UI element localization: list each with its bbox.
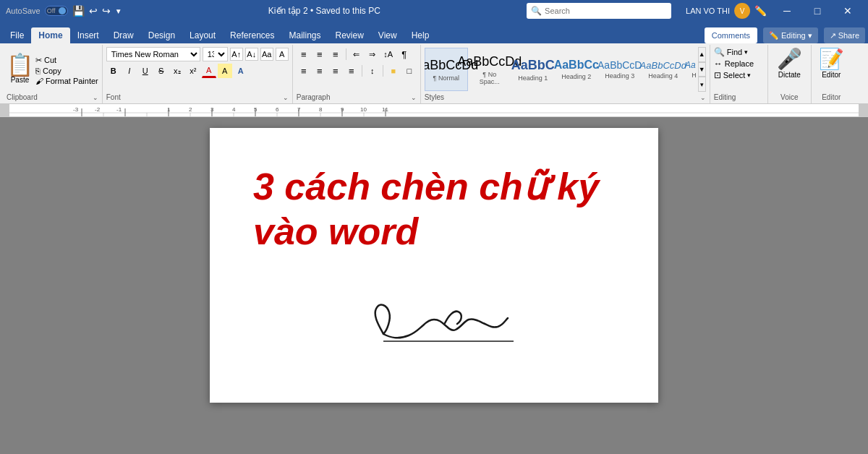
pen-icon[interactable]: ✏️ bbox=[754, 5, 767, 17]
cut-button[interactable]: ✂ Cut bbox=[35, 56, 98, 65]
align-right-button[interactable]: ≡ bbox=[328, 64, 343, 78]
tab-layout[interactable]: Layout bbox=[182, 27, 223, 43]
tab-view[interactable]: View bbox=[371, 27, 404, 43]
tab-home[interactable]: Home bbox=[31, 27, 69, 43]
editing-ribbon-group: 🔍 Find ▾ ↔ Replace ⊡ Select ▾ Editing bbox=[710, 45, 768, 103]
document-page[interactable]: 3 cách chèn chữ ký vào word bbox=[210, 128, 658, 403]
superscript-button[interactable]: x² bbox=[186, 64, 200, 78]
restore-button[interactable]: □ bbox=[803, 0, 832, 22]
strikethrough-button[interactable]: S bbox=[154, 64, 169, 78]
svg-text:9: 9 bbox=[341, 106, 344, 113]
tab-insert[interactable]: Insert bbox=[70, 27, 106, 43]
dictate-button[interactable]: 🎤 Dictate bbox=[777, 47, 802, 79]
styles-more[interactable]: ▾ bbox=[698, 77, 706, 92]
autosave-toggle[interactable]: Off bbox=[45, 6, 68, 16]
align-left-button[interactable]: ≡ bbox=[297, 64, 311, 78]
font-top: Times New Roman 13 A↑ A↓ Aa A B I U S x₂ bbox=[106, 47, 289, 92]
tab-file[interactable]: File bbox=[3, 27, 31, 43]
styles-group: AaBbCcDd ¶ Normal AaBbCcDd ¶ No Spac... … bbox=[421, 45, 710, 103]
paste-button[interactable]: 📋 Paste bbox=[7, 54, 33, 85]
editing-button[interactable]: ✏️ Editing ▾ bbox=[763, 27, 818, 43]
ruler-left-margin bbox=[0, 104, 9, 116]
change-case-button[interactable]: Aa bbox=[260, 48, 273, 61]
style-h5-preview: AaBbCcDd bbox=[685, 60, 696, 70]
shading-button[interactable]: ■ bbox=[386, 64, 401, 78]
tab-references[interactable]: References bbox=[223, 27, 281, 43]
minimize-button[interactable]: ─ bbox=[773, 0, 801, 22]
multilevel-button[interactable]: ≡ bbox=[328, 47, 343, 61]
copy-button[interactable]: ⎘ Copy bbox=[35, 67, 98, 75]
undo-icon[interactable]: ↩ bbox=[89, 5, 98, 17]
styles-scroll-up[interactable]: ▲ bbox=[698, 47, 706, 62]
comments-button[interactable]: Comments bbox=[705, 27, 757, 43]
search-box[interactable]: 🔍 bbox=[527, 3, 671, 19]
borders-button[interactable]: □ bbox=[402, 64, 417, 78]
redo-icon[interactable]: ↪ bbox=[102, 5, 111, 17]
share-button[interactable]: ↗ Share bbox=[824, 27, 865, 43]
style-heading5[interactable]: AaBbCcDd Heading 5 bbox=[685, 48, 696, 91]
customize-icon[interactable]: ▼ bbox=[115, 7, 122, 15]
paragraph-expand[interactable]: ⌄ bbox=[411, 94, 417, 101]
font-size-select[interactable]: 13 bbox=[203, 47, 228, 61]
editor-group: 📝 Editor Editor bbox=[812, 45, 851, 103]
cut-icon: ✂ bbox=[35, 56, 42, 65]
format-painter-button[interactable]: 🖌 Format Painter bbox=[35, 77, 98, 85]
decrease-indent-button[interactable]: ⇐ bbox=[349, 47, 364, 61]
close-button[interactable]: ✕ bbox=[833, 0, 862, 22]
sort-button[interactable]: ↕A bbox=[381, 47, 396, 61]
highlight-button[interactable]: A bbox=[218, 64, 232, 78]
style-heading4[interactable]: AaBbCcDd Heading 4 bbox=[642, 48, 685, 91]
font-expand[interactable]: ⌄ bbox=[283, 94, 289, 101]
justify-button[interactable]: ≡ bbox=[344, 64, 359, 78]
bold-button[interactable]: B bbox=[106, 64, 121, 78]
app-wrapper: AutoSave Off 💾 ↩ ↪ ▼ Kiến tập 2 • Saved … bbox=[0, 0, 868, 454]
line-spacing-button[interactable]: ↕ bbox=[365, 64, 380, 78]
replace-button[interactable]: ↔ Replace bbox=[714, 59, 754, 69]
styles-expand[interactable]: ⌄ bbox=[700, 94, 706, 101]
search-input[interactable] bbox=[545, 7, 653, 15]
styles-scroll-down[interactable]: ▼ bbox=[698, 62, 706, 77]
style-normal-label: ¶ Normal bbox=[433, 74, 459, 82]
text-effects-button[interactable]: A bbox=[234, 64, 248, 78]
style-heading3[interactable]: AaBbCcD Heading 3 bbox=[598, 48, 642, 91]
decrease-font-button[interactable]: A↓ bbox=[245, 48, 258, 61]
tab-review[interactable]: Review bbox=[328, 27, 371, 43]
underline-button[interactable]: U bbox=[138, 64, 153, 78]
font-name-select[interactable]: Times New Roman bbox=[106, 47, 200, 61]
editing-bottom: Editing bbox=[714, 92, 764, 101]
style-h4-label: Heading 4 bbox=[648, 72, 678, 80]
editor-button[interactable]: 📝 Editor bbox=[819, 47, 844, 79]
save-icon[interactable]: 💾 bbox=[72, 5, 85, 17]
tab-mailings[interactable]: Mailings bbox=[281, 27, 328, 43]
clear-format-button[interactable]: A bbox=[276, 48, 289, 61]
bullets-button[interactable]: ≡ bbox=[297, 47, 311, 61]
align-center-button[interactable]: ≡ bbox=[312, 64, 327, 78]
find-icon: 🔍 bbox=[714, 47, 725, 57]
tab-help[interactable]: Help bbox=[404, 27, 437, 43]
svg-text:7: 7 bbox=[297, 106, 301, 113]
font-color-button[interactable]: A bbox=[202, 64, 216, 78]
tab-design[interactable]: Design bbox=[141, 27, 182, 43]
user-area: LAN VO THI V ✏️ bbox=[686, 3, 767, 19]
increase-indent-button[interactable]: ⇒ bbox=[365, 47, 380, 61]
clipboard-expand[interactable]: ⌄ bbox=[93, 94, 98, 101]
show-marks-button[interactable]: ¶ bbox=[397, 47, 412, 61]
style-h1-preview: AaBbC bbox=[511, 58, 555, 73]
italic-button[interactable]: I bbox=[122, 64, 137, 78]
style-heading1[interactable]: AaBbC Heading 1 bbox=[511, 48, 555, 91]
style-heading2[interactable]: AaBbCc Heading 2 bbox=[555, 48, 598, 91]
signature-area bbox=[253, 283, 615, 356]
svg-text:8: 8 bbox=[319, 106, 323, 113]
numbering-button[interactable]: ≡ bbox=[312, 47, 327, 61]
svg-text:2: 2 bbox=[189, 106, 192, 113]
window-controls: ─ □ ✕ bbox=[773, 0, 862, 22]
subscript-button[interactable]: x₂ bbox=[170, 64, 184, 78]
find-button[interactable]: 🔍 Find ▾ bbox=[714, 47, 748, 57]
select-button[interactable]: ⊡ Select ▾ bbox=[714, 70, 752, 80]
title-bar-left: AutoSave Off 💾 ↩ ↪ ▼ bbox=[6, 5, 122, 17]
style-no-spacing[interactable]: AaBbCcDd ¶ No Spac... bbox=[468, 48, 511, 91]
increase-font-button[interactable]: A↑ bbox=[230, 48, 243, 61]
tab-draw[interactable]: Draw bbox=[106, 27, 141, 43]
svg-text:4: 4 bbox=[232, 106, 236, 113]
autosave-dot bbox=[59, 7, 66, 14]
